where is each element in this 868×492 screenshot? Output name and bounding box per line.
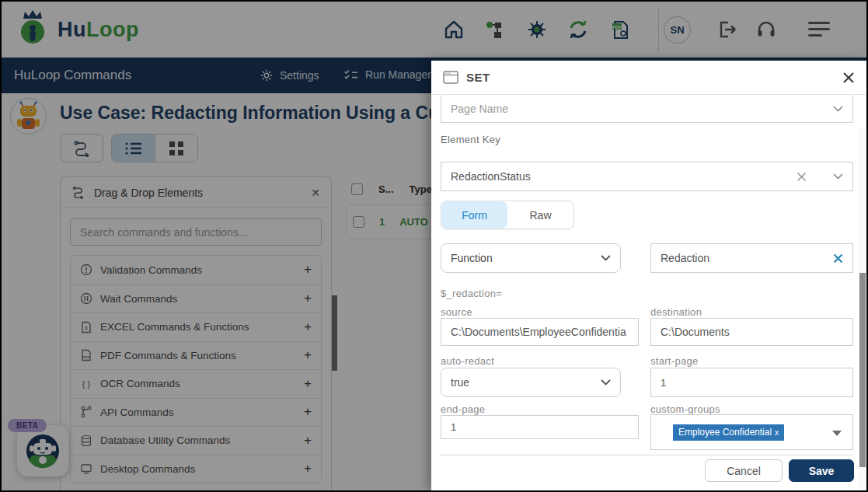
save-button[interactable]: Save <box>789 459 854 482</box>
page-name-select[interactable] <box>441 96 853 123</box>
element-key-label: Element Key <box>441 134 500 145</box>
chevron-down-icon[interactable] <box>601 255 611 261</box>
set-panel-header: SET <box>431 61 866 95</box>
window-icon <box>443 71 458 84</box>
clear-function-icon[interactable] <box>833 253 843 263</box>
function-name-field[interactable] <box>650 243 853 273</box>
custom-groups-multiselect[interactable]: Employee Confidentialx <box>650 414 853 450</box>
destination-input[interactable] <box>661 326 843 338</box>
chevron-down-icon[interactable] <box>601 379 611 386</box>
form-raw-tabs: Form Raw <box>441 201 574 229</box>
source-label: source <box>441 306 472 318</box>
expression-text: $_redaction= <box>441 288 502 299</box>
auto-redact-value: true <box>451 376 594 389</box>
end-page-label: end-page <box>441 403 485 415</box>
chevron-down-icon[interactable] <box>833 173 843 180</box>
tab-form[interactable]: Form <box>441 201 507 229</box>
set-panel-title: SET <box>466 71 835 84</box>
footer-divider <box>441 455 852 455</box>
panel-scrollbar-thumb[interactable] <box>859 273 866 467</box>
destination-label: destination <box>650 306 702 318</box>
function-select-value: Function <box>451 252 594 264</box>
chip-remove-icon[interactable]: x <box>775 428 779 437</box>
source-field[interactable] <box>441 318 639 346</box>
start-page-input[interactable] <box>661 377 843 389</box>
function-name-input[interactable] <box>661 252 833 264</box>
tab-raw[interactable]: Raw <box>507 201 573 229</box>
destination-field[interactable] <box>650 318 853 346</box>
source-input[interactable] <box>451 326 629 338</box>
set-panel-close-icon[interactable] <box>842 72 855 84</box>
set-panel: SET Element Key RedactionStatus <box>431 61 866 490</box>
set-panel-body: Element Key RedactionStatus Form Raw Fun… <box>431 95 866 490</box>
element-key-select[interactable]: RedactionStatus <box>441 162 853 191</box>
end-page-input[interactable] <box>451 421 629 433</box>
function-select[interactable]: Function <box>441 243 621 273</box>
element-key-value: RedactionStatus <box>451 170 797 183</box>
end-page-field[interactable] <box>441 415 639 439</box>
page-name-input[interactable] <box>451 103 827 115</box>
clear-icon[interactable] <box>797 172 807 182</box>
start-page-label: start-page <box>650 355 699 367</box>
auto-redact-select[interactable]: true <box>441 368 621 397</box>
app-window: HuLoop PDF SN HuL <box>0 0 868 492</box>
cancel-button[interactable]: Cancel <box>705 459 783 482</box>
custom-group-chip: Employee Confidentialx <box>673 424 784 441</box>
chip-label: Employee Confidential <box>678 427 772 438</box>
custom-groups-label: custom-groups <box>650 403 720 415</box>
auto-redact-label: auto-redact <box>441 355 494 367</box>
start-page-field[interactable] <box>650 368 853 397</box>
chevron-down-icon[interactable] <box>833 106 843 112</box>
dropdown-arrow-icon[interactable] <box>832 431 842 436</box>
